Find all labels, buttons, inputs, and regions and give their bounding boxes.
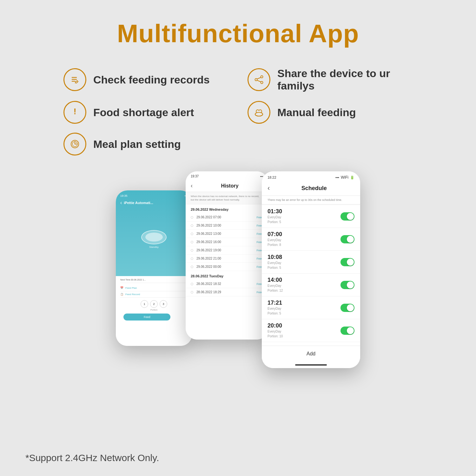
wifi-icon: WiFi [341, 175, 348, 180]
phone-right-status-icons: ▪▪▪ WiFi 🔋 [335, 175, 354, 180]
portion-btn-3[interactable]: 3 [160, 300, 167, 308]
phone-left-portion-row: 1 2 3 [120, 300, 188, 308]
phone-middle-time: 19:37 [191, 175, 199, 178]
history-date-1: 29.06.2022 Wednesday [186, 204, 268, 213]
home-bar [295, 364, 327, 366]
schedule-item-left-5: 20:00 EveryDay Portion: 10 [268, 322, 283, 339]
record-time-3: 29.06.2022 16:00 [196, 240, 253, 244]
features-grid: Check feeding records Share the device t… [63, 67, 413, 155]
record-time-0: 29.06.2022 07:00 [196, 215, 253, 219]
feature-item-manual-feeding: Manual feeding [248, 101, 413, 124]
signal-icon: ▪▪▪ [335, 175, 339, 179]
phones-section: 19:35 ▪▪▪ ‹ iPettie Automati... Standby [25, 171, 451, 437]
feature-text-manual-feeding: Manual feeding [277, 106, 356, 119]
phone-left-bottom: Next Time:30.06.2022 1... 📅 Feed Plan 📋 … [116, 276, 192, 346]
phone-right-time: 18:22 [268, 175, 276, 179]
phone-right: 18:22 ▪▪▪ WiFi 🔋 ‹ Schedule There may be… [262, 171, 360, 368]
feed-record-label: Feed Record [125, 293, 140, 296]
record-dot [191, 257, 193, 260]
schedule-item-3: 14:00 EveryDay Portion: 12 [262, 274, 360, 296]
history-record: 29.06.2022 13:00 Feed [186, 230, 268, 238]
phone-right-title: Schedule [274, 185, 354, 192]
phone-middle-signal: ▪▪▪ [260, 175, 263, 178]
feed-plan-icon: 📅 [120, 287, 123, 289]
phone-middle-header: ‹ History [186, 180, 268, 192]
phone-middle: 19:37 ▪▪▪ ‹ History When the device has … [186, 171, 268, 340]
schedule-details-5: EveryDay Portion: 10 [268, 329, 283, 339]
phone-right-header: ‹ Schedule [262, 182, 360, 196]
phone-left-title-bar: ‹ iPettie Automati... [120, 200, 188, 206]
svg-point-5 [255, 79, 257, 81]
feature-text-feeding-records: Check feeding records [93, 74, 210, 86]
phone-left-feed-record[interactable]: 📋 Feed Record [120, 291, 188, 298]
feed-button[interactable]: Feed [123, 314, 170, 321]
page: Multifunctional App Check feeding record… [0, 0, 476, 476]
schedule-item-4: 17:21 EveryDay Portion: 5 [262, 296, 360, 319]
record-dot [191, 233, 193, 235]
history-record: 29.06.2022 00:00 Feed [186, 263, 268, 271]
schedule-details-2: EveryDay Portion: 5 [268, 261, 282, 270]
record-time-7: 28.06.2022 18:32 [196, 282, 253, 286]
phone-middle-info: When the device has no external network,… [186, 192, 268, 204]
schedule-time-0: 01:30 [268, 208, 282, 215]
svg-point-4 [261, 82, 263, 84]
svg-text:!: ! [74, 107, 76, 116]
add-schedule-button[interactable]: Add [262, 346, 360, 362]
record-dot [191, 291, 193, 294]
schedule-toggle-3[interactable] [340, 281, 354, 289]
phone-middle-back-icon[interactable]: ‹ [191, 182, 193, 189]
record-time-8: 28.06.2022 18:29 [196, 290, 253, 294]
schedule-toggle-0[interactable] [340, 212, 354, 221]
record-dot [191, 241, 193, 243]
schedule-toggle-2[interactable] [340, 258, 354, 266]
schedule-toggle-1[interactable] [340, 235, 354, 243]
feature-item-meal-plan: Meal plan setting [63, 133, 228, 155]
record-dot [191, 249, 193, 252]
share-device-icon [248, 68, 270, 91]
record-time-5: 29.06.2022 21:00 [196, 257, 253, 260]
history-record: 29.06.2022 07:00 Feed [186, 213, 268, 221]
schedule-item-0: 01:30 EveryDay Portion: 5 [262, 205, 360, 228]
phone-right-status-bar: 18:22 ▪▪▪ WiFi 🔋 [262, 171, 360, 182]
record-dot [191, 216, 193, 219]
schedule-item-6: 22:21 EveryDay Portion: 5 [262, 342, 360, 346]
schedule-time-2: 10:08 [268, 254, 282, 261]
schedule-item-left-2: 10:08 EveryDay Portion: 5 [268, 254, 282, 270]
history-record: 29.06.2022 21:00 Feed [186, 255, 268, 263]
phone-left-bowl-area: Standby [120, 206, 188, 273]
phone-left-bowl [141, 230, 167, 244]
schedule-details-1: EveryDay Portion: 8 [268, 238, 282, 247]
portion-btn-2[interactable]: 2 [150, 300, 158, 308]
schedule-time-3: 14:00 [268, 277, 283, 283]
portion-btn-1[interactable]: 1 [141, 300, 148, 308]
feature-item-share-device: Share the device to ur familys [248, 67, 413, 92]
svg-point-3 [261, 76, 263, 78]
portion-label: Portion [120, 309, 188, 311]
phone-left-next-time: Next Time:30.06.2022 1... [120, 279, 188, 283]
feature-item-feeding-records: Check feeding records [63, 67, 228, 92]
schedule-toggle-4[interactable] [340, 304, 354, 312]
record-dot [191, 224, 193, 227]
food-alert-icon: ! [63, 101, 86, 124]
schedule-time-4: 17:21 [268, 300, 282, 306]
schedule-toggle-5[interactable] [340, 327, 354, 335]
phone-left-time: 19:35 [120, 194, 128, 197]
svg-line-7 [257, 80, 261, 82]
schedule-list: 01:30 EveryDay Portion: 5 07:00 [262, 205, 360, 346]
feature-text-share-device: Share the device to ur familys [277, 67, 413, 92]
record-dot [191, 266, 193, 268]
schedule-time-1: 07:00 [268, 231, 282, 238]
history-record: 28.06.2022 18:29 Feed [186, 288, 268, 296]
check-feeding-records-icon [63, 68, 86, 91]
phone-left-feed-plan[interactable]: 📅 Feed Plan [120, 285, 188, 291]
phone-right-back-icon[interactable]: ‹ [268, 184, 270, 192]
footer-note: *Support 2.4GHz Network Only. [25, 453, 159, 463]
phone-left-back-icon[interactable]: ‹ [120, 200, 122, 206]
meal-plan-icon [63, 133, 86, 155]
svg-line-6 [257, 77, 261, 79]
schedule-details-0: EveryDay Portion: 5 [268, 215, 282, 224]
record-time-2: 29.06.2022 13:00 [196, 232, 253, 235]
record-time-4: 29.06.2022 19:00 [196, 248, 253, 252]
feature-text-meal-plan: Meal plan setting [93, 138, 181, 150]
home-indicator [262, 362, 360, 368]
